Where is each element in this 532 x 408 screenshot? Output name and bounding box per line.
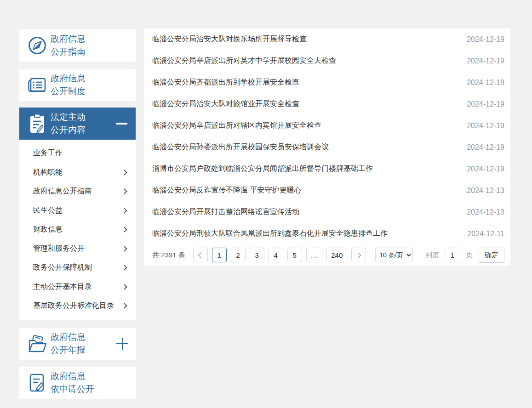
- sidebar-item-label: 政府信息 公开制度: [51, 72, 86, 98]
- news-date: 2024-12-19: [467, 100, 504, 108]
- chevron-right-icon: [355, 252, 361, 258]
- more-pages-button[interactable]: ...: [306, 248, 323, 262]
- page-button-2[interactable]: 2: [231, 248, 246, 262]
- chevron-right-icon: [121, 170, 127, 176]
- chevron-right-icon: [121, 227, 127, 232]
- folder-documents-icon: [24, 333, 51, 354]
- submenu-item-fiscal-info[interactable]: 财政信息: [19, 220, 136, 239]
- news-link[interactable]: 淄博市公安局户政处到临淄公安分局闻韶派出所督导门楼牌基础工作: [152, 164, 460, 174]
- sidebar-item-application-disclosure[interactable]: 政府信息 依申请公开: [19, 367, 136, 399]
- prev-page-button[interactable]: [193, 248, 208, 262]
- sidebar-submenu: 业务工作 机构职能 政府信息公开指南 民生公益 财政信息 管理和服务公开 政务公…: [19, 140, 136, 320]
- sidebar-item-system[interactable]: 政府信息 公开制度: [19, 69, 136, 101]
- list-item: 淄博市公安局户政处到临淄公安分局闻韶派出所督导门楼牌基础工作 2024-12-1…: [144, 158, 510, 180]
- chevron-right-icon: [121, 208, 127, 214]
- list-item: 临淄公安分局辛店派出所对辖区内宾馆开展安全检查 2024-12-19: [144, 115, 510, 136]
- sidebar-item-label: 法定主动 公开内容: [51, 111, 86, 136]
- total-count-label: 共 2391 条: [152, 251, 185, 260]
- next-page-button[interactable]: [351, 248, 366, 262]
- sidebar-item-label: 政府信息 公开指南: [51, 33, 86, 58]
- list-item: 临淄公安分局反诈宣传不降温 平安守护更暖心 2024-12-13: [144, 180, 510, 201]
- list-item: 临淄公安分局辛店派出所对英才中学开展校园安全大检查 2024-12-19: [144, 50, 510, 72]
- page-button-5[interactable]: 5: [287, 248, 302, 262]
- plus-icon: [116, 338, 128, 350]
- submenu-item-org-functions[interactable]: 机构职能: [19, 163, 136, 182]
- compass-icon: [24, 35, 51, 56]
- sidebar-item-label: 政府信息 公开年报: [51, 331, 86, 357]
- page-button-1[interactable]: 1: [212, 248, 227, 262]
- news-link[interactable]: 临淄公安分局辛店派出所对辖区内宾馆开展安全检查: [152, 121, 460, 130]
- news-date: 2024-12-19: [467, 143, 504, 152]
- news-date: 2024-12-11: [467, 230, 504, 238]
- chevron-right-icon: [121, 303, 127, 309]
- news-date: 2024-12-13: [467, 187, 504, 195]
- news-list-panel: 临淄公安分局治安大队对娱乐场所开展督导检查 2024-12-19 临淄公安分局辛…: [144, 28, 510, 266]
- page-button-240[interactable]: 240: [326, 248, 347, 262]
- submenu-item-management-service[interactable]: 管理和服务公开: [19, 239, 136, 259]
- sidebar: 政府信息 公开指南 政府信息 公开制度: [19, 29, 136, 399]
- news-link[interactable]: 临淄公安分局刑侦大队联合凤凰派出所到鑫泰石化开展安全隐患排查工作: [152, 229, 461, 238]
- goto-page-input[interactable]: [445, 248, 460, 262]
- news-link[interactable]: 临淄公安分局齐都派出所到学校开展安全检查: [152, 78, 460, 87]
- news-date: 2024-12-19: [467, 165, 504, 173]
- list-item: 临淄公安分局治安大队对娱乐场所开展督导检查 2024-12-19: [144, 28, 510, 50]
- submenu-item-label: 基层政务公开标准化目录: [33, 301, 114, 311]
- news-link[interactable]: 临淄公安分局辛店派出所对英才中学开展校园安全大检查: [152, 56, 460, 66]
- clipboard-pencil-icon: [24, 113, 51, 135]
- list-item: 临淄公安分局齐都派出所到学校开展安全检查 2024-12-19: [144, 72, 510, 93]
- minus-icon: [116, 123, 127, 125]
- submenu-item-business-work[interactable]: 业务工作: [19, 144, 136, 163]
- news-link[interactable]: 临淄公安分局治安大队对旅馆业开展安全检查: [152, 99, 460, 109]
- news-date: 2024-12-13: [467, 208, 504, 216]
- news-date: 2024-12-19: [467, 79, 504, 87]
- news-link[interactable]: 临淄公安分局反诈宣传不降温 平安守护更暖心: [152, 186, 460, 195]
- chevron-right-icon: [121, 188, 127, 194]
- list-item: 临淄公安分局开展打击整治网络谣言宣传活动 2024-12-13: [144, 201, 510, 223]
- sidebar-item-label: 政府信息 依申请公开: [51, 370, 94, 396]
- chevron-left-icon: [198, 252, 204, 258]
- list-item: 临淄公安分局刑侦大队联合凤凰派出所到鑫泰石化开展安全隐患排查工作 2024-12…: [144, 223, 510, 244]
- confirm-button[interactable]: 确定: [479, 248, 504, 263]
- notebook-list-icon: [24, 75, 51, 95]
- submenu-item-label: 主动公开基本目录: [33, 282, 92, 292]
- submenu-item-label: 业务工作: [33, 148, 63, 158]
- chevron-right-icon: [121, 284, 127, 290]
- submenu-item-label: 政务公开保障机制: [33, 263, 92, 272]
- news-date: 2024-12-19: [467, 57, 504, 65]
- pagination-bar: 共 2391 条 1 2 3 4 5 ... 240 10 条/页 到第 页 确…: [144, 244, 510, 266]
- submenu-item-label: 民生公益: [33, 206, 63, 215]
- submenu-item-basic-catalog[interactable]: 主动公开基本目录: [19, 278, 136, 297]
- goto-suffix-label: 页: [466, 251, 473, 260]
- submenu-item-label: 机构职能: [33, 168, 63, 177]
- submenu-item-info-guide[interactable]: 政府信息公开指南: [19, 182, 136, 201]
- news-link[interactable]: 临淄公安分局开展打击整治网络谣言宣传活动: [152, 207, 460, 217]
- list-item: 临淄公安分局治安大队对旅馆业开展安全检查 2024-12-19: [144, 93, 510, 115]
- news-link[interactable]: 临淄公安分局孙娄派出所开展校园保安员安保培训会议: [152, 142, 460, 152]
- list-item: 临淄公安分局孙娄派出所开展校园保安员安保培训会议 2024-12-19: [144, 136, 510, 158]
- goto-page-group: 到第 页 确定: [425, 248, 504, 263]
- page-button-4[interactable]: 4: [269, 248, 283, 262]
- chevron-right-icon: [121, 265, 127, 271]
- news-link[interactable]: 临淄公安分局治安大队对娱乐场所开展督导检查: [152, 34, 460, 44]
- news-date: 2024-12-19: [467, 35, 504, 44]
- sidebar-item-statutory-disclosure[interactable]: 法定主动 公开内容: [19, 108, 136, 140]
- page-size-select[interactable]: 10 条/页: [375, 248, 413, 262]
- goto-prefix-label: 到第: [425, 251, 439, 260]
- sidebar-item-annual-report[interactable]: 政府信息 公开年报: [19, 328, 136, 360]
- submenu-item-label: 管理和服务公开: [33, 244, 85, 254]
- submenu-item-guarantee-mechanism[interactable]: 政务公开保障机制: [19, 258, 136, 278]
- document-pencil-icon: [24, 372, 51, 393]
- page-button-3[interactable]: 3: [250, 248, 264, 262]
- submenu-item-label: 政府信息公开指南: [33, 187, 92, 196]
- news-date: 2024-12-19: [467, 122, 504, 130]
- submenu-item-grassroots-catalog[interactable]: 基层政务公开标准化目录: [19, 296, 136, 316]
- submenu-item-label: 财政信息: [33, 225, 63, 234]
- sidebar-item-guide[interactable]: 政府信息 公开指南: [19, 29, 136, 62]
- submenu-item-livelihood[interactable]: 民生公益: [19, 201, 136, 221]
- chevron-right-icon: [121, 246, 127, 252]
